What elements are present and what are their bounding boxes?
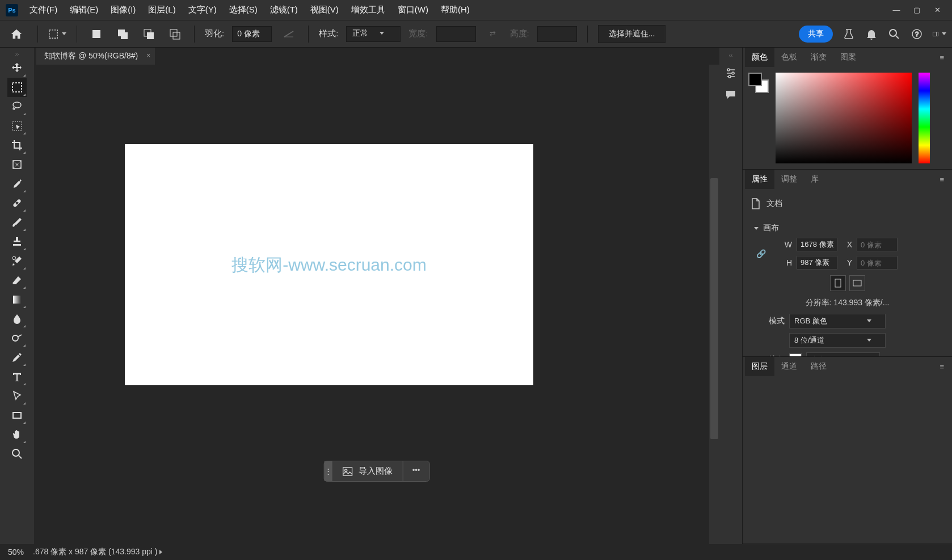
selection-subtract-icon[interactable]	[140, 25, 158, 43]
fg-bg-swatches[interactable]	[748, 73, 769, 93]
hand-tool[interactable]	[7, 425, 27, 444]
panel-menu-icon[interactable]: ≡	[934, 175, 950, 184]
doc-dimensions[interactable]: .678 像素 x 987 像素 (143.993 ppi )	[33, 547, 162, 557]
foreground-swatch[interactable]	[748, 73, 762, 86]
marquee-tool[interactable]	[7, 78, 27, 97]
menu-file[interactable]: 文件(F)	[24, 2, 63, 18]
panel-menu-icon[interactable]: ≡	[934, 53, 950, 62]
blur-tool[interactable]	[7, 309, 27, 329]
style-select[interactable]: 正常	[346, 26, 401, 42]
type-tool[interactable]	[7, 367, 27, 386]
zoom-tool[interactable]	[7, 444, 27, 464]
healing-tool[interactable]	[7, 193, 27, 213]
menu-edit[interactable]: 编辑(E)	[64, 2, 104, 18]
brush-tool[interactable]	[7, 213, 27, 232]
selection-new-icon[interactable]	[87, 25, 106, 43]
import-bar-handle[interactable]: ⋮	[325, 461, 332, 481]
menu-layer[interactable]: 图层(L)	[142, 2, 181, 18]
svg-rect-0	[49, 30, 57, 37]
tab-layers[interactable]: 图层	[745, 357, 774, 376]
marquee-tool-icon[interactable]	[48, 25, 66, 43]
panels-column: 颜色 色板 渐变 图案 ≡ 属性 调整 库 ≡	[742, 48, 952, 544]
tab-channels[interactable]: 通道	[774, 357, 804, 376]
link-wh-icon[interactable]: 🔗	[756, 249, 766, 258]
svg-rect-19	[13, 412, 21, 418]
tab-adjustments[interactable]: 调整	[774, 170, 804, 189]
fill-select[interactable]: 白色	[806, 352, 880, 357]
frame-tool[interactable]	[7, 155, 27, 174]
eraser-tool[interactable]	[7, 271, 27, 290]
tab-gradients[interactable]: 渐变	[804, 48, 833, 67]
select-and-mask-button[interactable]: 选择并遮住...	[598, 25, 666, 43]
zoom-level[interactable]: 50%	[8, 548, 24, 557]
tab-libraries[interactable]: 库	[804, 170, 825, 189]
import-more-button[interactable]: •••	[403, 461, 429, 481]
tab-patterns[interactable]: 图案	[833, 48, 863, 67]
menu-window[interactable]: 窗口(W)	[392, 2, 434, 18]
menu-filter[interactable]: 滤镜(T)	[264, 2, 304, 18]
panel-menu-icon[interactable]: ≡	[934, 363, 950, 371]
minimize-button[interactable]: —	[892, 6, 901, 14]
eyedropper-tool[interactable]	[7, 174, 27, 193]
crop-tool[interactable]	[7, 136, 27, 155]
selection-add-icon[interactable]	[113, 25, 132, 43]
tab-swatches[interactable]: 色板	[774, 48, 804, 67]
beaker-icon[interactable]	[842, 27, 856, 41]
import-image-button[interactable]: 导入图像	[332, 461, 403, 481]
svg-point-18	[12, 335, 18, 341]
document-icon	[751, 198, 761, 209]
color-picker[interactable]	[776, 73, 912, 163]
canvas[interactable]: 搜软网-www.secruan.com	[125, 144, 533, 385]
help-icon[interactable]: ?	[910, 27, 924, 41]
toolbar-collapse[interactable]: ››	[14, 50, 20, 58]
menu-image[interactable]: 图像(I)	[105, 2, 141, 18]
dodge-tool[interactable]	[7, 329, 27, 348]
menu-plugins[interactable]: 增效工具	[346, 2, 391, 18]
pen-tool[interactable]	[7, 348, 27, 367]
tab-paths[interactable]: 路径	[804, 357, 833, 376]
search-icon[interactable]	[887, 27, 901, 41]
document-area: 知软博客 @ 50%(RGB/8#) × 搜软网-www.secruan.com…	[34, 48, 719, 544]
hue-slider[interactable]	[919, 73, 930, 163]
lasso-tool[interactable]	[7, 97, 27, 116]
rectangle-tool[interactable]	[7, 406, 27, 425]
gradient-tool[interactable]	[7, 290, 27, 309]
width-label: 宽度:	[408, 28, 428, 39]
menu-help[interactable]: 帮助(H)	[435, 2, 475, 18]
landscape-button[interactable]	[849, 275, 865, 291]
bit-depth-select[interactable]: 8 位/通道	[789, 333, 886, 348]
history-brush-tool[interactable]	[7, 251, 27, 271]
adjustments-icon[interactable]	[723, 65, 739, 81]
feather-input[interactable]	[232, 26, 272, 42]
bell-icon[interactable]	[865, 27, 878, 41]
close-button[interactable]: ✕	[933, 6, 942, 14]
document-tab[interactable]: 知软博客 @ 50%(RGB/8#) ×	[36, 48, 155, 65]
path-select-tool[interactable]	[7, 386, 27, 406]
canvas-width-input[interactable]	[797, 238, 837, 251]
share-button[interactable]: 共享	[799, 26, 833, 43]
move-tool[interactable]	[7, 58, 27, 78]
svg-rect-12	[12, 83, 22, 92]
canvas-height-input[interactable]	[797, 256, 837, 270]
home-button[interactable]	[6, 23, 27, 45]
canvas-section-header[interactable]: 画布	[751, 221, 944, 235]
rail-expand[interactable]: ‹‹	[728, 51, 734, 60]
canvas-viewport[interactable]: 搜软网-www.secruan.com ⋮ 导入图像 •••	[34, 65, 719, 544]
stamp-tool[interactable]	[7, 232, 27, 251]
maximize-button[interactable]: ▢	[912, 6, 921, 14]
close-tab-icon[interactable]: ×	[146, 52, 150, 60]
selection-intersect-icon[interactable]	[166, 25, 184, 43]
color-mode-select[interactable]: RGB 颜色	[789, 314, 886, 329]
menu-view[interactable]: 视图(V)	[305, 2, 344, 18]
properties-doc-label: 文档	[766, 199, 782, 209]
tab-properties[interactable]: 属性	[745, 170, 774, 189]
menu-type[interactable]: 文字(Y)	[183, 2, 222, 18]
vertical-scrollbar[interactable]	[709, 65, 719, 544]
portrait-button[interactable]	[830, 275, 846, 291]
object-select-tool[interactable]	[7, 116, 27, 136]
workspace-icon[interactable]	[933, 27, 946, 41]
tab-color[interactable]: 颜色	[745, 48, 774, 67]
comments-icon[interactable]	[723, 87, 739, 103]
menu-select[interactable]: 选择(S)	[224, 2, 263, 18]
svg-rect-26	[835, 279, 841, 287]
